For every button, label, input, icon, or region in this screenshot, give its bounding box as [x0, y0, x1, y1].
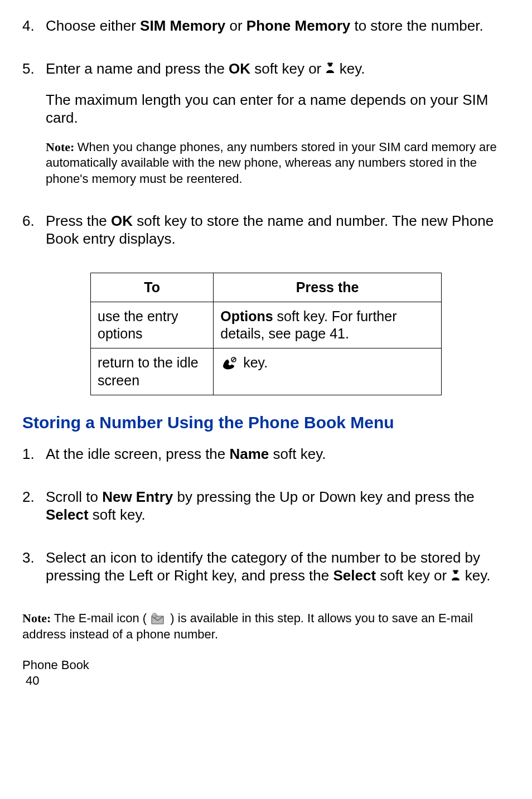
step-body: Select an icon to identify the category … [46, 549, 510, 598]
bold-text: Options [220, 308, 273, 324]
end-call-key-icon [220, 355, 239, 372]
note-block: Note: When you change phones, any number… [46, 139, 510, 187]
step-3: 3. Select an icon to identify the catego… [22, 549, 510, 598]
svg-point-3 [454, 570, 458, 574]
text: soft key or [376, 567, 451, 584]
bold-text: Phone Memory [246, 17, 350, 34]
text: Enter a name and press the [46, 60, 229, 77]
person-key-icon [451, 568, 461, 586]
cell-to: use the entry options [91, 302, 214, 348]
person-key-icon [325, 60, 335, 79]
text: by pressing the Up or Down key and press… [173, 488, 475, 505]
footer-note: Note: The E-mail icon ( @ ) is available… [22, 611, 510, 643]
text: Scroll to [46, 488, 102, 505]
cell-press: Options soft key. For further details, s… [214, 302, 442, 348]
step-5: 5. Enter a name and press the OK soft ke… [22, 60, 510, 200]
step-body: Scroll to New Entry by pressing the Up o… [46, 488, 510, 536]
text: soft key. [269, 445, 326, 462]
step-4: 4. Choose either SIM Memory or Phone Mem… [22, 17, 510, 47]
step-body: At the idle screen, press the Name soft … [46, 445, 510, 476]
step-body: Choose either SIM Memory or Phone Memory… [46, 17, 510, 47]
text: or [225, 17, 246, 34]
text: soft key. [89, 506, 146, 523]
note-body: When you change phones, any numbers stor… [46, 140, 497, 186]
svg-line-2 [233, 358, 235, 361]
step-number: 3. [22, 549, 46, 598]
bold-text: Select [333, 567, 376, 584]
step-number: 5. [22, 60, 46, 200]
bold-text: Name [230, 445, 269, 462]
svg-text:@: @ [153, 614, 157, 618]
svg-point-0 [328, 63, 332, 67]
text: The E-mail icon ( [54, 611, 150, 625]
table-row: use the entry options Options soft key. … [91, 302, 442, 348]
text: key. [461, 567, 490, 584]
step-number: 1. [22, 445, 46, 476]
bold-text: Select [46, 506, 89, 523]
text: key. [239, 355, 268, 370]
step-body: Enter a name and press the OK soft key o… [46, 60, 510, 200]
cell-press: key. [214, 348, 442, 395]
step-2: 2. Scroll to New Entry by pressing the U… [22, 488, 510, 536]
email-icon: @ [150, 611, 167, 627]
bold-text: SIM Memory [140, 17, 225, 34]
step-continuation: The maximum length you can enter for a n… [46, 91, 510, 127]
step-6: 6. Press the OK soft key to store the na… [22, 212, 510, 260]
page-number: 40 [26, 673, 510, 689]
step-body: Press the OK soft key to store the name … [46, 212, 510, 260]
running-footer: Phone Book [22, 657, 510, 674]
cell-to: return to the idle screen [91, 348, 214, 395]
table-header-press: Press the [214, 273, 442, 302]
text: soft key or [250, 60, 325, 77]
text: At the idle screen, press the [46, 445, 230, 462]
bold-text: OK [229, 60, 250, 77]
text: key. [335, 60, 365, 77]
note-label: Note: [46, 140, 78, 154]
bold-text: New Entry [102, 488, 173, 505]
section-heading: Storing a Number Using the Phone Book Me… [22, 412, 510, 433]
table-row: return to the idle screen key. [91, 348, 442, 395]
step-1: 1. At the idle screen, press the Name so… [22, 445, 510, 476]
step-number: 2. [22, 488, 46, 536]
action-table: To Press the use the entry options Optio… [90, 273, 442, 395]
table-header-to: To [91, 273, 214, 302]
text: Press the [46, 212, 111, 229]
bold-text: OK [111, 212, 133, 229]
note-label: Note: [22, 611, 54, 625]
step-number: 4. [22, 17, 46, 47]
step-number: 6. [22, 212, 46, 260]
text: Choose either [46, 17, 140, 34]
text: to store the number. [350, 17, 483, 34]
